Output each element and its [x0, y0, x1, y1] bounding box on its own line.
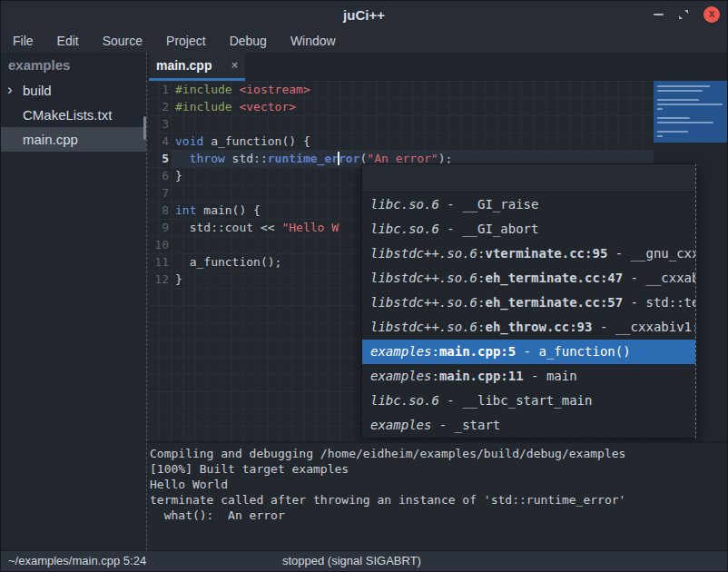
minimap-viewport[interactable]	[654, 81, 727, 143]
code-line: 1#include <iostream>	[147, 81, 655, 98]
frame-colon: :	[431, 344, 438, 359]
code-segment: ror	[339, 152, 359, 165]
minimap-code-bar	[657, 104, 723, 105]
frame-function: - std::terminate()	[623, 295, 695, 310]
frame-colon: :	[431, 369, 438, 383]
line-number: 6	[147, 167, 172, 184]
line-number: 8	[147, 202, 172, 219]
console-line: terminate called after throwing an insta…	[150, 492, 727, 508]
code-text: #include <vector>	[172, 98, 655, 115]
menu-item-project[interactable]: Project	[154, 30, 218, 52]
expander-icon[interactable]: ›	[7, 78, 13, 101]
tree-item-label: main.cpp	[23, 132, 78, 147]
stack-frame[interactable]: libstdc++.so.6:vterminate.cc:95 - __gnu_…	[362, 242, 695, 266]
code-segment: <iostream>	[239, 83, 310, 96]
tab-main-cpp[interactable]: main.cpp ×	[149, 53, 245, 81]
stack-frame[interactable]: libc.so.6 - __libc_start_main	[362, 389, 695, 413]
code-segment: main() {	[196, 203, 260, 217]
frame-location: vterminate.cc:95	[485, 246, 607, 261]
status-file-position: ~/examples/main.cpp 5:24	[8, 551, 146, 571]
console-line: Hello World	[150, 477, 727, 492]
code-segment: int	[175, 203, 196, 217]
line-number: 11	[147, 253, 172, 271]
frame-function: - __GI_raise	[439, 197, 539, 212]
debug-console[interactable]: Compiling and debugging /home/eidheim/ex…	[147, 441, 727, 550]
menu-item-edit[interactable]: Edit	[45, 30, 91, 52]
menubar: FileEditSourceProjectDebugWindow	[1, 28, 727, 53]
frame-function: - __gnu_cxx::__verbos	[607, 246, 695, 261]
line-number: 12	[147, 271, 172, 288]
minimap-code-bar	[657, 117, 690, 119]
stack-frame[interactable]: libc.so.6 - __GI_raise	[362, 192, 695, 217]
code-segment: runtime_er	[268, 152, 339, 165]
sidebar-item-build[interactable]: ›build	[1, 78, 146, 103]
close-icon[interactable]: x	[703, 6, 720, 23]
frame-library: libstdc++.so.6	[370, 320, 477, 334]
restore-icon[interactable]	[678, 9, 689, 20]
code-segment: }	[175, 169, 182, 182]
console-line: Compiling and debugging /home/eidheim/ex…	[150, 446, 727, 461]
stack-frame[interactable]: examples:main.cpp:5 - a_function()	[362, 340, 695, 364]
file-tree: ›buildCMakeLists.txtmain.cpp	[1, 78, 146, 152]
minimap-code-bar	[657, 135, 663, 137]
code-segment: #include	[175, 83, 239, 96]
code-line: 4void a_function() {	[147, 133, 655, 150]
tab-close-icon[interactable]: ×	[231, 59, 238, 72]
menu-item-debug[interactable]: Debug	[218, 30, 279, 52]
frame-library: libstdc++.so.6	[370, 246, 477, 261]
minimap-code-bar	[657, 131, 688, 133]
minimap-code-bar	[657, 90, 703, 92]
frame-location: main.cpp:5	[439, 344, 516, 359]
stack-frame[interactable]: examples:main.cpp:11 - main	[362, 364, 695, 389]
frame-library: examples	[370, 369, 431, 383]
status-bar: ~/examples/main.cpp 5:24 stopped (signal…	[1, 550, 727, 571]
frame-library: libc.so.6	[370, 197, 439, 212]
minimap-code-bar	[657, 108, 663, 110]
code-segment: #include	[175, 100, 239, 113]
code-line: 2#include <vector>	[147, 98, 655, 115]
line-number: 3	[147, 115, 172, 133]
stack-frame[interactable]: libstdc++.so.6:eh_throw.cc:93 - __cxxabi…	[362, 315, 695, 340]
code-editor[interactable]: 1#include <iostream>2#include <vector>34…	[147, 81, 727, 441]
menu-item-file[interactable]: File	[1, 30, 45, 52]
sidebar-item-cmakelists-txt[interactable]: CMakeLists.txt	[1, 103, 146, 127]
menu-item-source[interactable]: Source	[91, 30, 154, 52]
code-text	[172, 115, 655, 133]
tab-bar: main.cpp ×	[147, 53, 727, 81]
stack-frame[interactable]: libc.so.6 - __GI_abort	[362, 217, 695, 242]
stack-frame[interactable]: examples - _start	[362, 413, 695, 438]
code-segment: void	[175, 134, 203, 148]
status-debug-state: stopped (signal SIGABRT)	[282, 551, 421, 571]
stack-frame[interactable]: libstdc++.so.6:eh_terminate.cc:57 - std:…	[362, 291, 695, 315]
project-root-label: examples	[1, 53, 146, 78]
app-window: juCi++ x FileEditSourceProjectDebugWindo…	[0, 0, 728, 572]
sidebar-item-main-cpp[interactable]: main.cpp	[1, 127, 146, 152]
line-number: 4	[147, 133, 172, 150]
tree-item-label: build	[23, 83, 52, 98]
minimap-code-bar	[657, 99, 699, 101]
frame-location: eh_terminate.cc:57	[485, 295, 623, 310]
code-segment: a_function() {	[203, 134, 310, 148]
code-segment: }	[175, 272, 182, 286]
code-segment: <vector>	[239, 100, 296, 113]
code-text: void a_function() {	[172, 133, 655, 150]
frame-function: - _start	[431, 418, 500, 432]
console-line: [100%] Built target examples	[150, 461, 727, 477]
backtrace-popup: libc.so.6 - __GI_raiselibc.so.6 - __GI_a…	[361, 163, 696, 439]
menu-item-window[interactable]: Window	[279, 30, 348, 52]
frame-location: main.cpp:11	[439, 369, 524, 383]
code-segment: throw	[190, 152, 225, 165]
tree-item-label: CMakeLists.txt	[23, 107, 112, 123]
frame-function: - __GI_abort	[439, 222, 539, 236]
minimize-icon[interactable]	[654, 14, 664, 15]
stack-frame[interactable]: libstdc++.so.6:eh_terminate.cc:47 - __cx…	[362, 266, 695, 291]
code-segment: std::	[225, 152, 268, 165]
main-area: main.cpp × 1#include <iostream>2#include…	[146, 53, 727, 550]
minimap-code-bar	[657, 85, 710, 87]
frame-function: - __cxxabiv1::__cxa_thro	[592, 320, 695, 334]
titlebar[interactable]: juCi++ x	[1, 1, 727, 28]
popup-filter-input[interactable]	[362, 164, 695, 192]
frame-library: libstdc++.so.6	[370, 295, 477, 310]
frame-library: libstdc++.so.6	[370, 271, 477, 285]
line-number: 2	[147, 98, 172, 115]
